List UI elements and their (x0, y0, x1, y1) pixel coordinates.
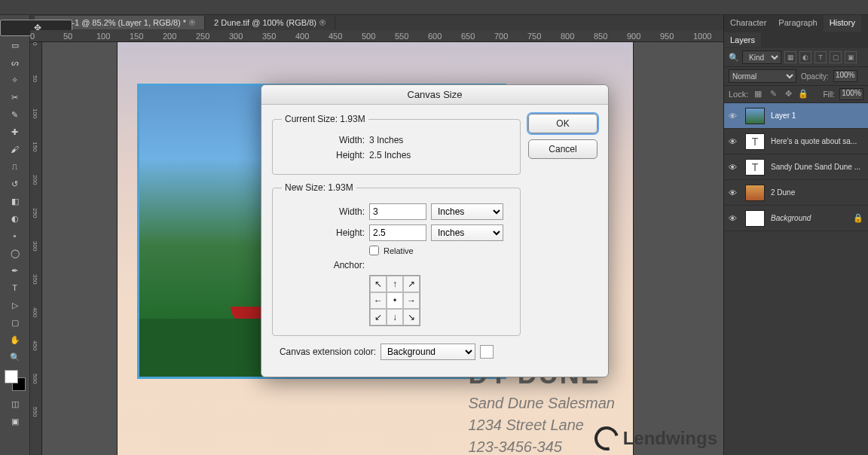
magic-wand-tool[interactable]: ✧ (4, 72, 26, 88)
anchor-n[interactable]: ↑ (387, 276, 403, 292)
relative-checkbox[interactable] (369, 246, 379, 255)
ext-color-select[interactable]: Background (381, 344, 475, 360)
ruler-h-mark: 150 (130, 32, 143, 41)
anchor-e[interactable]: → (403, 292, 420, 309)
ruler-h-mark: 450 (329, 32, 342, 41)
close-tab-icon[interactable]: × (189, 20, 195, 26)
gradient-tool[interactable]: ◐ (4, 210, 26, 227)
ruler-h-mark: 350 (262, 32, 276, 41)
layer-row[interactable]: 👁 T Sandy Dune Sand Dune ... (724, 154, 868, 180)
ruler-h-mark: 550 (395, 32, 408, 41)
lock-icon: 🔒 (853, 213, 863, 223)
layer-name[interactable]: Background (771, 214, 847, 222)
layer-row[interactable]: 👁 T Here's a quote about sa... (724, 129, 868, 154)
path-select-tool[interactable]: ▷ (4, 297, 26, 313)
doc-tab-2[interactable]: 2 Dune.tif @ 100% (RGB/8) × (205, 16, 335, 29)
ruler-v-mark: 150 (32, 142, 38, 151)
marquee-tool[interactable]: ▭ (4, 37, 26, 53)
lock-all-icon[interactable]: 🔒 (798, 89, 808, 99)
ruler-v-mark: 400 (32, 307, 38, 317)
visibility-icon[interactable]: 👁 (729, 111, 739, 121)
visibility-icon[interactable]: 👁 (729, 137, 739, 146)
filter-kind-select[interactable]: Kind (742, 50, 781, 64)
lock-paint-icon[interactable]: ✎ (768, 89, 778, 99)
screen-mode-tool[interactable]: ▣ (4, 413, 26, 429)
lasso-tool[interactable]: ᔕ (4, 54, 26, 71)
blend-mode-select[interactable]: Normal (729, 69, 796, 83)
lock-trans-icon[interactable]: ▦ (753, 89, 763, 99)
stamp-tool[interactable]: ⎍ (4, 158, 26, 175)
layer-name[interactable]: Sandy Dune Sand Dune ... (771, 163, 863, 171)
history-brush-tool[interactable]: ↺ (4, 176, 26, 192)
layers-panel-header: Layers (724, 32, 868, 48)
filter-adjust-icon[interactable]: ◐ (799, 51, 811, 63)
type-tool[interactable]: T (4, 279, 26, 296)
anchor-nw[interactable]: ↖ (370, 276, 387, 292)
layer-row[interactable]: 👁 2 Dune (724, 180, 868, 206)
tab-history[interactable]: History (824, 15, 861, 32)
layer-name[interactable]: 2 Dune (771, 188, 863, 197)
tab-character[interactable]: Character (724, 15, 772, 32)
foreground-swatch[interactable] (5, 370, 18, 383)
layer-name[interactable]: Layer 1 (771, 111, 863, 120)
eyedropper-tool[interactable]: ✎ (4, 106, 26, 123)
ruler-h-mark: 650 (461, 32, 475, 41)
anchor-se[interactable]: ↘ (403, 309, 420, 325)
filter-pixel-icon[interactable]: ▦ (784, 51, 796, 63)
fill-value[interactable]: 100% (839, 88, 863, 100)
lock-pos-icon[interactable]: ✥ (783, 89, 793, 99)
opacity-value[interactable]: 100% (833, 70, 857, 82)
anchor-sw[interactable]: ↙ (370, 309, 387, 325)
dialog-title: Canvas Size (261, 85, 608, 105)
eraser-tool[interactable]: ◧ (4, 193, 26, 209)
shape-tool[interactable]: ▢ (4, 314, 26, 331)
color-swatches[interactable] (5, 370, 26, 391)
vertical-ruler: 050100150200250300350400450500550 (30, 42, 42, 455)
top-panel-tabs: Character Paragraph History (724, 15, 868, 32)
visibility-icon[interactable]: 👁 (729, 214, 739, 223)
hand-tool[interactable]: ✋ (4, 331, 26, 348)
ruler-v-mark: 250 (32, 208, 38, 218)
new-height-input[interactable] (369, 224, 426, 241)
width-unit-select[interactable]: Inches (431, 203, 503, 220)
layer-row[interactable]: 👁 Background 🔒 (724, 206, 868, 231)
layer-row[interactable]: 👁 Layer 1 (724, 103, 868, 129)
tab-layers[interactable]: Layers (724, 32, 761, 47)
new-width-input[interactable] (369, 203, 426, 220)
healing-tool[interactable]: ✚ (4, 124, 26, 140)
anchor-s[interactable]: ↓ (387, 309, 403, 325)
crop-tool[interactable]: ✂ (4, 89, 26, 105)
anchor-ne[interactable]: ↗ (403, 276, 420, 292)
watermark-text: Lendwings (623, 428, 717, 449)
toolbox: ✥ ▭ ᔕ ✧ ✂ ✎ ✚ 🖌 ⎍ ↺ ◧ ◐ ∘ ◯ ✒ T ▷ ▢ ✋ 🔍 … (0, 15, 30, 455)
filter-smart-icon[interactable]: ▣ (845, 51, 857, 63)
ext-color-swatch[interactable] (480, 345, 494, 359)
layer-name[interactable]: Here's a quote about sa... (771, 137, 863, 145)
brush-tool[interactable]: 🖌 (4, 141, 26, 157)
pen-tool[interactable]: ✒ (4, 262, 26, 279)
quick-mask-tool[interactable]: ◫ (4, 395, 26, 412)
filter-shape-icon[interactable]: ▢ (830, 51, 842, 63)
height-unit-select[interactable]: Inches (431, 224, 503, 241)
filter-type-icon[interactable]: T (815, 51, 827, 63)
anchor-center[interactable]: • (387, 292, 403, 309)
cancel-button[interactable]: Cancel (528, 139, 598, 159)
right-panels: Character Paragraph History Layers 🔍 Kin… (723, 15, 868, 455)
dodge-tool[interactable]: ◯ (4, 245, 26, 261)
close-tab-icon[interactable]: × (319, 20, 326, 26)
anchor-w[interactable]: ← (370, 292, 387, 309)
watermark: Lendwings (594, 426, 717, 450)
layer-thumb (745, 210, 765, 227)
ok-button[interactable]: OK (528, 114, 598, 133)
visibility-icon[interactable]: 👁 (729, 163, 739, 172)
visibility-icon[interactable]: 👁 (729, 188, 739, 197)
new-size-legend: New Size: 1.93M (282, 182, 356, 193)
opacity-label: Opacity: (801, 72, 829, 81)
tab-paragraph[interactable]: Paragraph (772, 15, 823, 32)
horizontal-ruler: 0501001502002503003504004505005506006507… (30, 30, 723, 42)
blur-tool[interactable]: ∘ (4, 228, 26, 244)
relative-checkbox-label[interactable]: Relative (369, 246, 511, 255)
zoom-tool[interactable]: 🔍 (4, 349, 26, 365)
options-bar (0, 0, 868, 15)
card-address: 1234 Street Lane (468, 417, 615, 434)
